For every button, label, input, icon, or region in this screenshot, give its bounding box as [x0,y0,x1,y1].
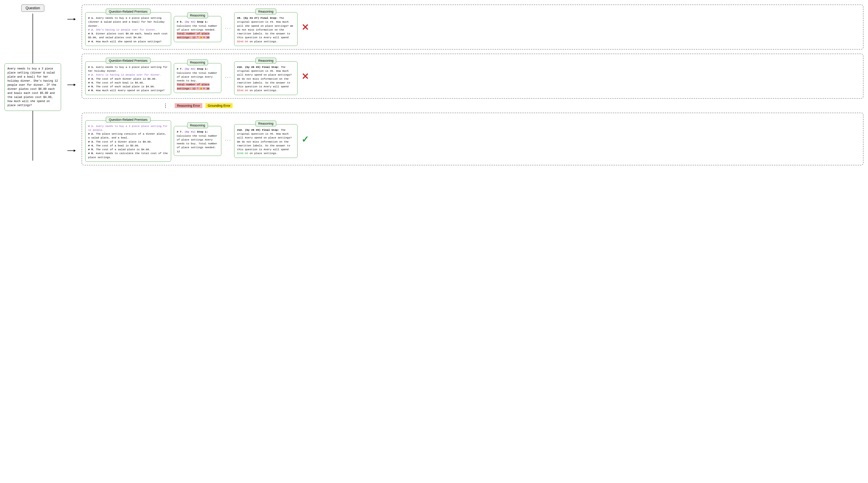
final-step-box: #10. (by #6 #9) Final Step: The original… [234,124,298,158]
question-text: Avery needs to buy a 3 piece place setti… [4,63,61,111]
reasoning-label: Reasoning [255,120,276,126]
legend-reasoning-error: Reasoning Error [175,103,202,108]
premises-box: # 1. Avery needs to buy a 3 piece place … [85,12,171,46]
reasoning-label: Reasoning [187,12,208,18]
reasoning-step-box: # 7. (by #1) Step 1:Calculate the total … [174,126,221,156]
reasoning-label: Reasoning [187,122,208,128]
reasoning-step-box: # 7. (by #2) Step 1:Calculate the total … [174,63,221,93]
cross-icon: ✕ [302,22,309,32]
check-icon: ✓ [302,134,309,144]
legend: Reasoning ErrorGrounding Error [175,103,232,108]
arrow-icon [67,84,76,86]
question-column: Question Avery needs to buy a 3 piece pl… [4,4,61,165]
connector-line [33,111,33,161]
question-label: Question [21,4,44,12]
reasoning-label: Reasoning [255,58,276,63]
reasoning-path: Question-Related Premises# 1. Avery need… [82,54,864,98]
branch-arrows [67,4,75,165]
diagram-root: Question Avery needs to buy a 3 piece pl… [4,4,864,165]
arrow-icon [67,149,76,152]
connector-line [33,13,33,63]
ellipsis: . . . [224,74,231,79]
ellipsis: . . . [224,137,231,142]
final-step-box: #8. (by #4 #7) Final Step: The original … [234,12,298,46]
premises-label: Question-Related Premises [106,58,150,63]
final-step-box: #10. (by #6 #9) Final Step: The original… [234,61,298,95]
cross-icon: ✕ [302,71,309,81]
premises-label: Question-Related Premises [106,117,150,123]
premises-label: Question-Related Premises [106,8,150,15]
arrow-icon [67,18,76,20]
reasoning-step-box: # 5. (by #2) Step 1:Calculate the total … [174,16,221,42]
reasoning-path: Question-Related Premises# 1. Avery need… [82,4,864,50]
legend-grounding-error: Grounding Error [206,103,232,108]
reasoning-path: Question-Related Premises# 1. Avery need… [82,113,864,165]
premises-box: # 1. Avery needs to buy a 3 piece place … [85,61,171,95]
premises-box: # 1. Avery needs to buy a 3 piece place … [85,120,171,162]
vertical-ellipsis: ⋮ [163,103,168,109]
reasoning-label: Reasoning [187,59,208,65]
reasoning-paths: Question-Related Premises# 1. Avery need… [82,4,864,165]
ellipsis: . . . [224,25,231,30]
reasoning-label: Reasoning [255,8,276,15]
